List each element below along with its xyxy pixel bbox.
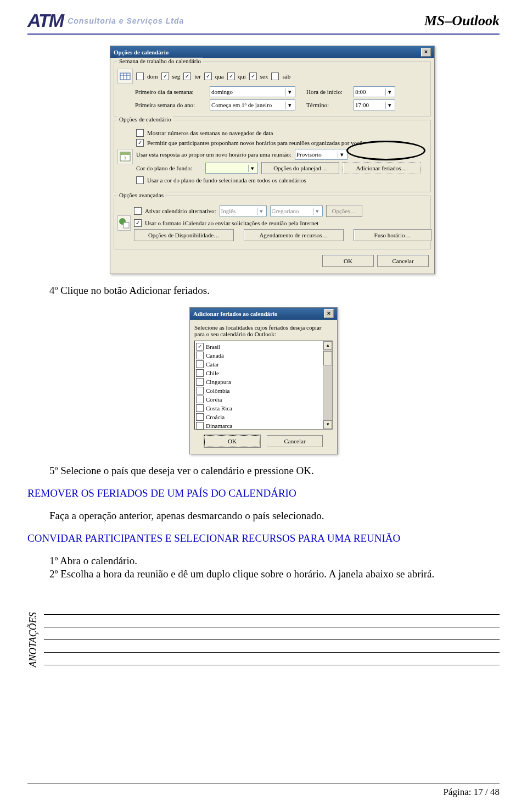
checkbox-bgall[interactable] <box>136 176 144 184</box>
scrollbar[interactable]: ▴ ▾ <box>323 341 332 429</box>
calendar-options-dialog: Opções de calendário × Semana de trabalh… <box>110 46 435 274</box>
chevron-down-icon: ▾ <box>248 165 256 172</box>
group-label: Opções avançadas <box>117 192 165 198</box>
dialog-intro: Selecione as localidades cujos feriados … <box>194 324 333 337</box>
checkbox-propose[interactable]: ✓ <box>136 139 144 147</box>
dialog-title: Adicionar feriados ao calendário <box>193 310 277 317</box>
heading-invite: CONVIDAR PARTICIPANTES E SELECIONAR RECU… <box>27 532 500 544</box>
checkbox-country[interactable] <box>196 422 204 430</box>
availability-button[interactable]: Opções de Disponibilidade… <box>134 229 234 241</box>
calendar-page-icon: 1 <box>117 149 133 164</box>
checkbox-country[interactable]: ✓ <box>196 343 204 351</box>
list-item: ✓Brasil <box>196 342 322 351</box>
step-1b-text: 1º Abra o calendário. <box>49 555 500 567</box>
label-ter: ter <box>194 73 201 80</box>
list-item: Dinamarca <box>196 421 322 430</box>
dropdown-start-time[interactable]: 8:00▾ <box>354 86 395 97</box>
svg-rect-8 <box>124 223 129 228</box>
add-holidays-dialog: Adicionar feriados ao calendário × Selec… <box>189 307 338 454</box>
dropdown-caltype: Gregoriano▾ <box>270 205 323 216</box>
annotation-lines <box>44 602 500 677</box>
country-listbox[interactable]: ✓Brasil Canadá Catar Chile Cingapura Col… <box>194 341 333 430</box>
scroll-up-icon[interactable]: ▴ <box>323 341 332 350</box>
ok-button[interactable]: OK <box>322 255 374 267</box>
label-weeknums: Mostrar números das semanas no navegador… <box>147 130 273 136</box>
page-number: Página: 17 / 48 <box>444 787 500 798</box>
svg-rect-0 <box>120 73 130 80</box>
resource-scheduling-button[interactable]: Agendamento de recursos… <box>244 229 344 241</box>
checkbox-country[interactable] <box>196 413 204 421</box>
page-header: ATM Consultoria e Serviços Ltda MS–Outlo… <box>27 10 500 31</box>
dropdown-firstday[interactable]: domingo▾ <box>210 86 295 97</box>
dropdown-firstweek[interactable]: Começa em 1º de janeiro▾ <box>210 99 295 110</box>
checkbox-sab[interactable] <box>271 73 279 80</box>
checkbox-seg[interactable]: ✓ <box>161 73 169 80</box>
planner-options-button[interactable]: Opções do planejad… <box>261 162 339 174</box>
ok-button[interactable]: OK <box>204 435 260 447</box>
list-item: Croácia <box>196 413 322 421</box>
list-item: Coréia <box>196 395 322 404</box>
brand-logo: ATM Consultoria e Serviços Ltda <box>27 10 184 31</box>
label-start-time: Hora de início: <box>306 88 350 95</box>
label-bgcolor: Cor do plano de fundo: <box>136 165 202 171</box>
checkbox-ter[interactable]: ✓ <box>183 73 191 80</box>
add-holidays-button[interactable]: Adicionar feriados… <box>343 162 421 174</box>
label-ical: Usar o formato iCalendar ao enviar solic… <box>145 220 318 226</box>
advanced-group: Opções avançadas Ativar calendário alter… <box>114 196 431 249</box>
scroll-down-icon[interactable]: ▾ <box>323 420 332 429</box>
label-end-time: Término: <box>306 102 350 108</box>
dropdown-bgcolor[interactable]: ▾ <box>205 163 258 174</box>
cancel-button[interactable]: Cancelar <box>377 255 429 267</box>
checkbox-country[interactable] <box>196 352 204 359</box>
cancel-button[interactable]: Cancelar <box>267 435 323 447</box>
dialog-title: Opções de calendário <box>114 49 169 55</box>
chevron-down-icon: ▾ <box>285 102 294 109</box>
dialog-titlebar: Opções de calendário × <box>110 46 434 58</box>
checkbox-qua[interactable]: ✓ <box>204 73 212 80</box>
chevron-down-icon: ▾ <box>385 88 394 96</box>
list-item: Chile <box>196 369 322 377</box>
checkbox-country[interactable] <box>196 378 204 386</box>
dropdown-lang: Inglês▾ <box>220 205 267 216</box>
list-item: Colômbia <box>196 386 322 395</box>
checkbox-country[interactable] <box>196 369 204 377</box>
checkbox-ical[interactable]: ✓ <box>134 219 142 227</box>
checkbox-altcal[interactable] <box>134 207 142 215</box>
checkbox-sex[interactable]: ✓ <box>249 73 257 80</box>
svg-rect-5 <box>120 152 130 155</box>
group-label: Semana de trabalho do calendário <box>117 58 203 64</box>
checkbox-weeknums[interactable] <box>136 129 144 137</box>
label-qua: qua <box>215 73 224 80</box>
chevron-down-icon: ▾ <box>338 151 346 158</box>
annotations-area: ANOTAÇÕES <box>27 602 500 677</box>
label-propose: Permitir que participantes proponham nov… <box>147 140 362 146</box>
document-title: MS–Outlook <box>424 13 500 29</box>
checkbox-country[interactable] <box>196 396 204 403</box>
label-seg: seg <box>172 73 181 80</box>
list-item: Canadá <box>196 351 322 360</box>
checkbox-country[interactable] <box>196 387 204 394</box>
calendar-icon <box>117 69 133 84</box>
list-item: Costa Rica <box>196 404 322 413</box>
close-icon[interactable]: × <box>421 48 431 57</box>
dropdown-response[interactable]: Provisório▾ <box>295 149 347 160</box>
list-item: Cingapura <box>196 377 322 386</box>
checkbox-qui[interactable]: ✓ <box>227 73 235 80</box>
checkbox-dom[interactable] <box>136 73 144 80</box>
calendar-opts-group: Opções de calendário 1 Mostrar números d… <box>114 120 431 192</box>
checkbox-country[interactable] <box>196 360 204 368</box>
timezone-button[interactable]: Fuso horário… <box>354 229 431 241</box>
label-dom: dom <box>147 73 158 80</box>
step-5-text: 5º Selecione o país que deseja ver o cal… <box>49 465 500 477</box>
dropdown-end-time[interactable]: 17:00▾ <box>354 99 395 110</box>
altcal-options-button: Opções… <box>326 205 362 217</box>
logo-mark: ATM <box>27 10 63 31</box>
close-icon[interactable]: × <box>324 309 334 318</box>
header-rule <box>27 34 500 35</box>
label-altcal: Ativar calendário alternativo: <box>145 208 216 214</box>
checkbox-country[interactable] <box>196 404 204 412</box>
scroll-thumb[interactable] <box>323 351 332 365</box>
group-label: Opções de calendário <box>117 116 173 123</box>
logo-tagline: Consultoria e Serviços Ltda <box>68 16 184 25</box>
globe-calendar-icon <box>117 215 131 231</box>
